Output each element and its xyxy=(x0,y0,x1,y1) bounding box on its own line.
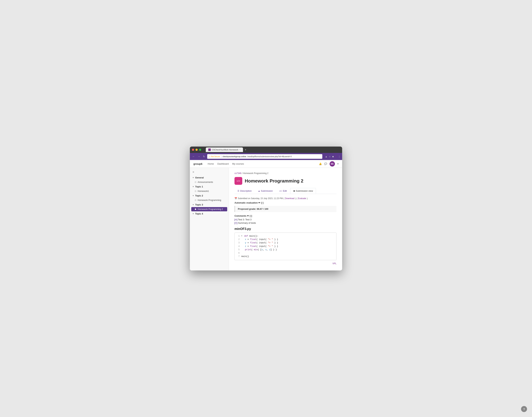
extension-icon[interactable]: ■ xyxy=(332,155,334,158)
avatar[interactable]: EE xyxy=(330,161,335,167)
nav-dashboard[interactable]: Dashboard xyxy=(217,163,229,165)
code-filename: minOF3.py xyxy=(234,227,337,231)
share-icon[interactable]: ▲ xyxy=(325,155,328,158)
account-chevron[interactable]: ▾ xyxy=(337,163,339,165)
sidebar-item-homework-programming-label: Homework Programming xyxy=(198,199,221,201)
sidebar-item-homework1-label: Homework1 xyxy=(198,190,209,192)
item-dot-icon xyxy=(195,181,196,183)
chevron-down-icon: ▼ xyxy=(192,204,194,206)
new-tab-btn[interactable]: + xyxy=(243,148,248,151)
breadcrumb-page: Homework Programming 2 xyxy=(243,172,268,175)
tab-submissionview-label: Submission view xyxy=(296,189,313,192)
security-warning: ⚠ Not Secure xyxy=(209,156,220,157)
tab-favicon xyxy=(208,148,211,151)
breadcrumb-course[interactable]: cs7346 xyxy=(234,172,241,175)
line-num-1: 1 xyxy=(236,235,240,238)
close-btn[interactable] xyxy=(192,149,194,151)
code-line-5: 5 print( min( [x, x, z] ) ) xyxy=(236,248,335,251)
sidebar-item-homework-programming-2-label: Homework Programming 2 xyxy=(198,208,223,210)
sidebar-item-homework-programming-2[interactable]: Homework Programming 2 xyxy=(191,207,227,211)
tab-description[interactable]: ☰ Description xyxy=(234,188,255,194)
titlebar: CSCheckYourWork Homework × + xyxy=(190,146,342,153)
submission-icon: ☁ xyxy=(258,190,260,192)
menu-icon[interactable]: ⋮ xyxy=(338,155,340,158)
tab-edit[interactable]: </> Edit xyxy=(276,188,290,194)
messages-icon[interactable]: 💬 xyxy=(324,163,327,165)
sidebar: ✕ ▼ General Announcements ▼ Topic 1 xyxy=(190,168,229,271)
vpl-footer: VPL xyxy=(234,262,337,265)
evaluate-link[interactable]: Evaluate xyxy=(298,197,306,200)
tab-submissionview[interactable]: ▦ Submission view xyxy=(290,188,316,194)
tab-close-btn[interactable]: × xyxy=(239,149,241,151)
line-num-6: 6 xyxy=(236,251,240,255)
comments-label: Comments xyxy=(234,215,246,217)
submissionview-icon: ▦ xyxy=(293,190,295,192)
sidebar-section-topic4: ▼ Topic 4 xyxy=(190,211,229,216)
chevron-down-icon: ▼ xyxy=(192,177,194,178)
tab-submission[interactable]: ☁ Submission xyxy=(255,188,276,194)
grade-box: Proposed grade: 66.67 / 100 xyxy=(234,206,337,212)
tab-edit-label: Edit xyxy=(283,189,287,192)
sidebar-item-homework-programming[interactable]: Homework Programming xyxy=(190,198,229,202)
vpl-icon-label: </> xyxy=(237,180,240,182)
auto-eval-header: Automatic evaluation ✏ [-] xyxy=(234,201,337,204)
main-layout: ✕ ▼ General Announcements ▼ Topic 1 xyxy=(190,168,342,271)
comments-collapse[interactable]: [-] xyxy=(250,215,252,217)
eval-collapse[interactable]: [-] xyxy=(261,201,263,204)
page-title: Homework Programming 2 xyxy=(245,178,303,184)
topnav-right: 🔔 💬 EE ▾ xyxy=(319,161,339,167)
forward-btn[interactable]: → xyxy=(197,154,201,159)
tab-bar-main: ☰ Description ☁ Submission </> Edit ▦ Su… xyxy=(234,188,337,194)
maximize-btn[interactable] xyxy=(199,149,201,151)
paren-open: ( xyxy=(284,197,284,200)
breadcrumb: cs7346 / Homework Programming 2 xyxy=(234,172,337,175)
sidebar-item-announcements[interactable]: Announcements xyxy=(190,180,229,184)
code-editor: 1 ▶ def main(): 2 x = float( input( "> "… xyxy=(234,233,337,260)
comments-icon: ✏ xyxy=(247,215,249,217)
sidebar-topic-1[interactable]: ▼ Topic 1 xyxy=(190,184,229,189)
sidebar-topic-1-label: Topic 1 xyxy=(195,185,203,188)
comment-test3-label: Test 3: Test 3 xyxy=(238,218,252,221)
sidebar-topic-general[interactable]: ▼ General xyxy=(190,175,229,180)
active-tab[interactable]: CSCheckYourWork Homework × xyxy=(206,147,243,152)
sidebar-item-homework1[interactable]: Homework1 xyxy=(190,189,229,193)
site-name: group6 xyxy=(193,162,202,165)
submitted-text: Submitted on Saturday, 15 July 2023, 11:… xyxy=(238,197,283,200)
code-line-2: 2 x = float( input( "> " ) ) xyxy=(236,238,335,241)
tab-submission-label: Submission xyxy=(261,189,273,192)
back-btn[interactable]: ← xyxy=(192,154,195,159)
sidebar-close-btn[interactable]: ✕ xyxy=(190,170,229,175)
chevron-down-icon: ▼ xyxy=(192,195,194,197)
sidebar-topic-2-label: Topic 2 xyxy=(195,194,203,197)
nav-home[interactable]: Home xyxy=(208,163,214,165)
comment-summary-label: Summary of tests xyxy=(238,222,256,224)
line-num-2: 2 xyxy=(236,238,240,241)
nav-mycourses[interactable]: My courses xyxy=(232,163,244,165)
sidebar-section-general: ▼ General Announcements xyxy=(190,175,229,184)
tab-bar: CSCheckYourWork Homework × + xyxy=(204,147,340,152)
sidebar-topic-4[interactable]: ▼ Topic 4 xyxy=(190,211,229,216)
download-link[interactable]: Download xyxy=(285,197,294,200)
sidebar-section-topic2: ▼ Topic 2 Homework Programming xyxy=(190,193,229,202)
sidebar-section-topic3: ▼ Topic 3 Homework Programming 2 xyxy=(190,202,229,211)
bell-icon[interactable]: 🔔 xyxy=(319,163,322,165)
comments-header: Comments ✏ [-] xyxy=(234,215,337,217)
top-nav: group6 Home Dashboard My courses 🔔 💬 EE … xyxy=(190,160,342,168)
description-icon: ☰ xyxy=(237,190,239,192)
sidebar-topic-3[interactable]: ▼ Topic 3 xyxy=(190,202,229,207)
sidebar-topic-general-label: General xyxy=(195,176,204,179)
sidebar-section-topic1: ▼ Topic 1 Homework1 xyxy=(190,184,229,193)
main-content: cs7346 / Homework Programming 2 </> Home… xyxy=(229,168,342,271)
minimize-btn[interactable] xyxy=(195,149,198,151)
bookmark-icon[interactable]: ☆ xyxy=(329,155,331,158)
sidebar-topic-2[interactable]: ▼ Topic 2 xyxy=(190,193,229,198)
profile-icon[interactable]: E xyxy=(335,155,337,158)
edit-icon: </> xyxy=(279,190,282,192)
line-num-3: 3 xyxy=(236,241,240,245)
address-separator: | xyxy=(221,156,222,157)
url-domain: checkyourworkgroup.online xyxy=(223,156,246,157)
code-line-6: 6 xyxy=(236,251,335,255)
address-input[interactable]: ⚠ Not Secure | checkyourworkgroup.online… xyxy=(207,154,322,159)
sidebar-topic-3-label: Topic 3 xyxy=(195,203,203,206)
reload-btn[interactable]: ↻ xyxy=(202,154,206,159)
